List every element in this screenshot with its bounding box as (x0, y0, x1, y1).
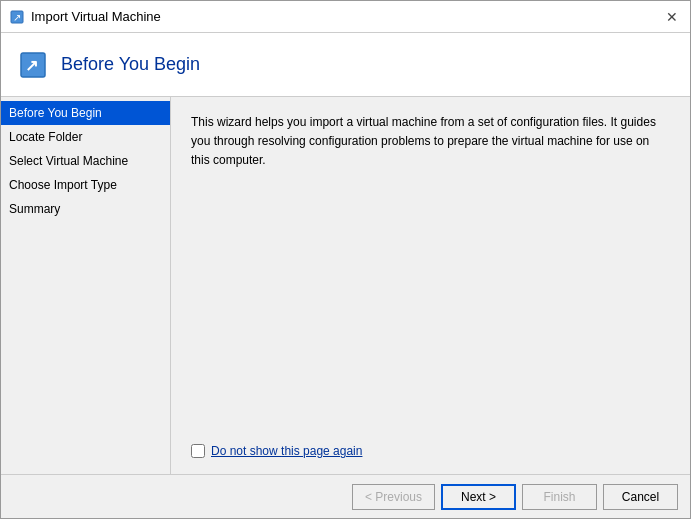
cancel-button[interactable]: Cancel (603, 484, 678, 510)
footer: < Previous Next > Finish Cancel (1, 474, 690, 518)
description-text: This wizard helps you import a virtual m… (191, 113, 670, 171)
main-content: This wizard helps you import a virtual m… (171, 97, 690, 474)
sidebar: Before You Begin Locate Folder Select Vi… (1, 97, 171, 474)
do-not-show-checkbox[interactable] (191, 444, 205, 458)
previous-button[interactable]: < Previous (352, 484, 435, 510)
header-icon: ↗ (17, 49, 49, 81)
next-button[interactable]: Next > (441, 484, 516, 510)
sidebar-item-select-virtual-machine[interactable]: Select Virtual Machine (1, 149, 170, 173)
this-page-again-link[interactable]: this page again (281, 444, 362, 458)
finish-button[interactable]: Finish (522, 484, 597, 510)
sidebar-item-summary[interactable]: Summary (1, 197, 170, 221)
window-title: Import Virtual Machine (31, 9, 161, 24)
title-bar: ↗ Import Virtual Machine ✕ (1, 1, 690, 33)
header-title: Before You Begin (61, 54, 200, 75)
content-area: Before You Begin Locate Folder Select Vi… (1, 97, 690, 474)
do-not-show-label: Do not show this page again (211, 444, 362, 458)
svg-text:↗: ↗ (25, 57, 38, 74)
sidebar-item-choose-import-type[interactable]: Choose Import Type (1, 173, 170, 197)
header-section: ↗ Before You Begin (1, 33, 690, 97)
close-button[interactable]: ✕ (662, 7, 682, 27)
sidebar-item-before-you-begin[interactable]: Before You Begin (1, 101, 170, 125)
checkbox-area: Do not show this page again (191, 434, 670, 458)
sidebar-item-locate-folder[interactable]: Locate Folder (1, 125, 170, 149)
import-virtual-machine-dialog: ↗ Import Virtual Machine ✕ ↗ Before You … (0, 0, 691, 519)
window-icon: ↗ (9, 9, 25, 25)
svg-text:↗: ↗ (13, 12, 21, 23)
title-bar-left: ↗ Import Virtual Machine (9, 9, 161, 25)
